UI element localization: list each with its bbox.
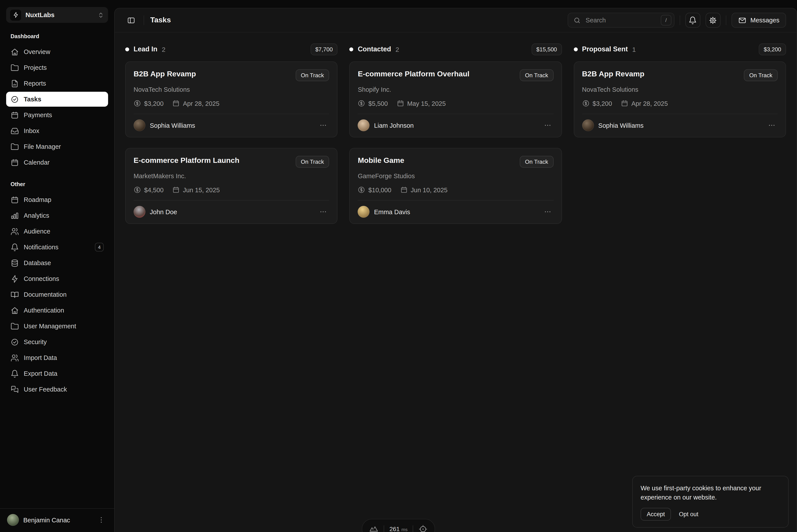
sidebar-item[interactable]: Notifications 4 — [6, 240, 108, 254]
card-due-date: Apr 28, 2025 — [183, 100, 219, 107]
user-menu-button[interactable] — [95, 514, 107, 526]
card-menu-button[interactable] — [766, 119, 778, 131]
card-menu-button[interactable] — [542, 119, 554, 131]
inspector-crosshair-icon[interactable] — [418, 524, 428, 532]
sidebar-item[interactable]: Authentication — [6, 303, 108, 318]
sidebar-item[interactable]: Analytics — [6, 208, 108, 223]
book-icon — [11, 290, 19, 299]
avatar — [133, 206, 145, 218]
avatar — [358, 206, 370, 218]
sidebar-item[interactable]: File Manager — [6, 139, 108, 154]
opt-out-button[interactable]: Opt out — [675, 508, 703, 520]
card-company: NovaTech Solutions — [133, 86, 329, 93]
dollar-circle-icon — [133, 186, 141, 194]
header-divider — [144, 15, 144, 25]
sidebar-item[interactable]: User Management — [6, 319, 108, 334]
task-card[interactable]: B2B App Revamp On Track NovaTech Solutio… — [125, 61, 338, 137]
dots-horizontal-icon — [767, 121, 776, 130]
card-menu-button[interactable] — [318, 119, 329, 131]
card-assignee: John Doe — [150, 208, 177, 215]
sidebar-item[interactable]: Import Data — [6, 350, 108, 365]
sidebar-item-label: User Management — [24, 323, 76, 330]
sidebar-item-label: Import Data — [24, 354, 57, 361]
messages-label: Messages — [750, 17, 779, 24]
user-menu[interactable]: Benjamin Canac — [0, 508, 114, 528]
calendar-icon — [173, 186, 180, 194]
sidebar-item[interactable]: Reports — [6, 76, 108, 91]
sidebar-section-label: Other — [6, 181, 108, 187]
nuxtlabs-logo-icon — [10, 10, 21, 20]
sidebar-item[interactable]: User Feedback — [6, 382, 108, 397]
card-company: NovaTech Solutions — [582, 86, 778, 93]
task-card[interactable]: E-commerce Platform Launch On Track Mark… — [125, 148, 338, 224]
card-menu-button[interactable] — [542, 206, 554, 218]
sidebar-item[interactable]: Tasks — [6, 92, 108, 107]
messages-button[interactable]: Messages — [731, 13, 786, 28]
devtools-divider — [384, 526, 384, 532]
home-icon — [11, 306, 19, 315]
search-input[interactable]: / — [568, 13, 674, 28]
calendar-icon — [621, 100, 628, 107]
accept-button[interactable]: Accept — [640, 508, 671, 520]
task-card[interactable]: B2B App Revamp On Track NovaTech Solutio… — [574, 61, 786, 137]
search-icon — [573, 17, 581, 24]
card-assignee: Sophia Williams — [598, 122, 644, 129]
card-amount: $4,500 — [144, 186, 164, 193]
card-meta: $4,500 Jun 15, 2025 — [133, 186, 329, 194]
column-header: Contacted 2 $15,500 — [349, 42, 562, 56]
dots-horizontal-icon — [543, 121, 551, 130]
sidebar-item[interactable]: Inbox — [6, 124, 108, 138]
sidebar-item[interactable]: Export Data — [6, 366, 108, 381]
card-amount: $5,500 — [368, 100, 388, 107]
sidebar-item-label: Roadmap — [24, 196, 51, 203]
dots-horizontal-icon — [319, 121, 328, 130]
sidebar-item[interactable]: Roadmap — [6, 192, 108, 207]
sidebar-item-label: Overview — [24, 48, 50, 55]
card-meta: $3,200 Apr 28, 2025 — [582, 100, 778, 107]
sidebar-item[interactable]: Projects — [6, 60, 108, 75]
bell-icon — [11, 369, 19, 378]
sidebar-item[interactable]: Audience — [6, 224, 108, 239]
status-badge: On Track — [295, 156, 329, 168]
page-title: Tasks — [150, 16, 171, 24]
card-meta: $3,200 Apr 28, 2025 — [133, 100, 329, 107]
card-footer: Sophia Williams — [133, 119, 329, 131]
column-header: Proposal Sent 1 $3,200 — [574, 42, 786, 56]
search-field[interactable] — [585, 16, 657, 24]
sidebar-item-label: Tasks — [24, 96, 41, 103]
card-amount: $3,200 — [144, 100, 164, 107]
card-title: E-commerce Platform Overhaul — [358, 70, 469, 79]
sidebar-item[interactable]: Connections — [6, 271, 108, 286]
settings-button[interactable] — [706, 13, 721, 28]
team-switcher[interactable]: NuxtLabs — [6, 7, 108, 23]
inbox-icon — [11, 127, 19, 135]
card-divider — [133, 200, 329, 201]
sidebar-section: Other Roadmap Analytics — [6, 181, 108, 397]
calendar-icon — [400, 186, 408, 194]
sidebar-toggle-button[interactable] — [124, 14, 138, 27]
sidebar-item[interactable]: Calendar — [6, 155, 108, 170]
nuxt-devtools-pill[interactable]: 261ms — [362, 519, 435, 532]
sidebar-item[interactable]: Payments — [6, 108, 108, 122]
sidebar-item[interactable]: Security — [6, 335, 108, 349]
card-company: Shopify Inc. — [358, 86, 554, 93]
circle-check-icon — [11, 338, 19, 346]
task-card[interactable]: E-commerce Platform Overhaul On Track Sh… — [349, 61, 562, 137]
sidebar-item[interactable]: Documentation — [6, 287, 108, 302]
kanban-column: Contacted 2 $15,500 E-commerce Platform … — [349, 42, 562, 224]
column-status-dot — [349, 47, 354, 51]
sidebar-section: Dashboard Overview Projects — [6, 33, 108, 170]
kanban-board: Lead In 2 $7,700 B2B App Revamp On Track — [115, 33, 797, 532]
card-due-date: May 15, 2025 — [407, 100, 446, 107]
home-icon — [11, 48, 19, 56]
database-icon — [11, 259, 19, 267]
sidebar-item[interactable]: Database — [6, 255, 108, 270]
folder-icon — [11, 142, 19, 151]
notifications-button[interactable] — [685, 13, 700, 28]
column-status-dot — [125, 47, 129, 51]
card-menu-button[interactable] — [318, 206, 329, 218]
notification-count-badge: 4 — [95, 243, 104, 251]
task-card[interactable]: Mobile Game On Track GameForge Studios $… — [349, 148, 562, 224]
sidebar-item[interactable]: Overview — [6, 44, 108, 59]
card-title: B2B App Revamp — [133, 70, 196, 79]
